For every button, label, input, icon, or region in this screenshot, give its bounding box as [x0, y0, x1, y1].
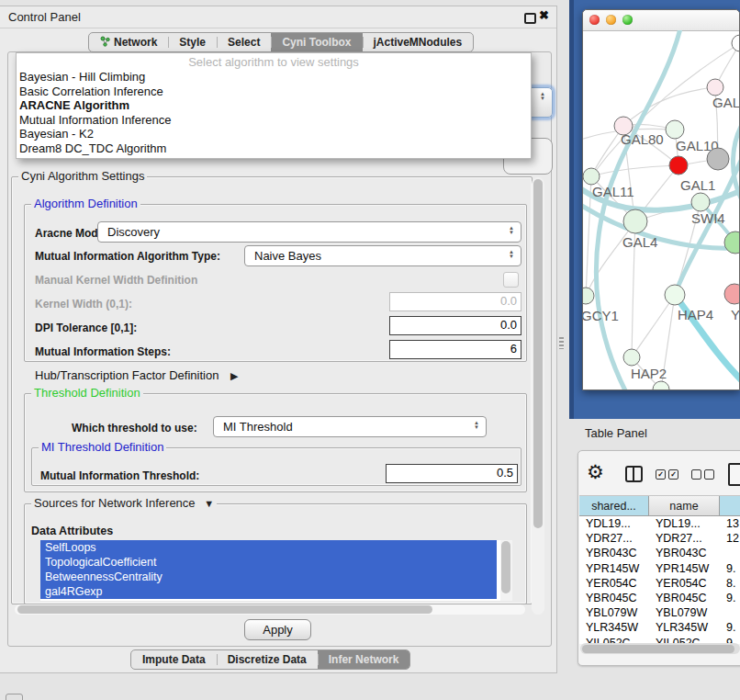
- table-row[interactable]: YBL079WYBL079W: [579, 605, 740, 620]
- table-cell: YPR145W: [649, 562, 720, 575]
- attributes-scrollbar[interactable]: [500, 540, 512, 601]
- algorithm-option-aracne-algorithm[interactable]: ARACNE Algorithm: [17, 98, 531, 113]
- network-node-y[interactable]: [724, 284, 739, 304]
- table-row[interactable]: YBR043CYBR043C: [579, 546, 740, 560]
- network-node-gcy1[interactable]: [583, 288, 594, 304]
- panel-splitter-grip[interactable]: [559, 337, 564, 349]
- node-label: HAP2: [631, 366, 667, 381]
- algorithm-option-mutual-information-inference[interactable]: Mutual Information Inference: [17, 113, 531, 128]
- attribute-item-topologicalcoefficient[interactable]: TopologicalCoefficient: [40, 555, 497, 570]
- algorithm-definition-title: Algorithm Definition: [31, 198, 140, 210]
- mi-steps-input[interactable]: 6: [389, 340, 521, 359]
- zoom-traffic-light-icon[interactable]: [622, 15, 633, 25]
- network-node-hap4[interactable]: [665, 285, 685, 305]
- algorithm-option-bayesian-k2[interactable]: Bayesian - K2: [17, 127, 531, 141]
- which-threshold-select[interactable]: MI Threshold ▲▼: [213, 416, 487, 437]
- dpi-tolerance-input[interactable]: 0.0: [389, 316, 521, 335]
- tab-impute-data[interactable]: Impute Data: [131, 650, 217, 669]
- sources-group-title[interactable]: Sources for Network Inference ▼: [31, 497, 217, 510]
- corner-mini-button[interactable]: [6, 694, 23, 700]
- settings-vscroll-thumb[interactable]: [533, 179, 543, 528]
- table-row[interactable]: YBR045CYBR045C9.: [579, 591, 740, 605]
- algorithm-option-basic-correlation-inference[interactable]: Basic Correlation Inference: [17, 85, 531, 99]
- table-row[interactable]: YPR145WYPR145W9.: [579, 561, 740, 576]
- attributes-scrollbar-thumb[interactable]: [501, 541, 510, 593]
- apply-button[interactable]: Apply: [244, 619, 311, 640]
- close-icon[interactable]: ✖: [539, 8, 549, 22]
- mi-algorithm-type-label: Mutual Information Algorithm Type:: [35, 250, 220, 263]
- column-header-a[interactable]: A: [720, 496, 740, 516]
- network-node-gal10[interactable]: [666, 120, 684, 139]
- tab-label: Cyni Toolbox: [282, 36, 351, 49]
- table-cell: 13: [720, 517, 740, 530]
- algorithm-option-dream8-dc-tdc-algorithm[interactable]: Dream8 DC_TDC Algorithm: [17, 141, 531, 156]
- function-builder-icon[interactable]: [728, 463, 740, 486]
- algorithm-option-bayesian-hill-climbing[interactable]: Bayesian - Hill Climbing: [17, 70, 531, 85]
- control-panel-titlebar: [0, 6, 556, 28]
- table-cell: YBR045C: [649, 592, 720, 604]
- node-label: HAP4: [678, 307, 713, 322]
- tab-network[interactable]: Network: [89, 33, 168, 51]
- network-node-gal4[interactable]: [623, 209, 647, 233]
- kernel-width-label: Kernel Width (0,1):: [35, 298, 132, 310]
- data-attributes-label: Data Attributes: [31, 525, 113, 537]
- network-node-gal11[interactable]: [583, 168, 600, 185]
- network-node-swi4[interactable]: [691, 193, 710, 211]
- settings-vertical-scrollbar[interactable]: [532, 177, 544, 615]
- collapse-arrow-icon: ▼: [204, 498, 214, 509]
- network-node-gal[interactable]: [707, 79, 723, 96]
- tab-label: jActiveMNodules: [374, 36, 463, 49]
- table-hscroll-thumb[interactable]: [582, 645, 734, 653]
- cyni-settings-group-title: Cyni Algorithm Settings: [18, 170, 147, 183]
- control-panel-tabs: NetworkStyleSelectCyni ToolboxjActiveMNo…: [88, 32, 474, 52]
- float-window-icon[interactable]: [524, 13, 536, 24]
- table-row[interactable]: YDR27...YDR27...12: [579, 531, 740, 546]
- network-node[interactable]: [732, 35, 739, 51]
- network-node-gal1[interactable]: [669, 156, 688, 175]
- minimize-traffic-light-icon[interactable]: [606, 15, 616, 25]
- node-table: shared...nameA YDL19...YDL19...13YDR27..…: [579, 495, 740, 644]
- tab-infer-network[interactable]: Infer Network: [318, 650, 410, 669]
- attribute-item-betweennesscentrality[interactable]: BetweennessCentrality: [40, 570, 497, 584]
- mi-steps-label: Mutual Information Steps:: [35, 345, 171, 358]
- table-horizontal-scrollbar[interactable]: [580, 643, 740, 654]
- manual-kernel-width-checkbox[interactable]: [503, 272, 519, 288]
- attribute-item-selfloops[interactable]: SelfLoops: [40, 540, 497, 555]
- settings-hscroll-thumb[interactable]: [17, 605, 432, 614]
- deselect-all-columns-icon[interactable]: [691, 469, 714, 480]
- data-attributes-list[interactable]: SelfLoopsTopologicalCoefficientBetweenne…: [40, 540, 512, 601]
- table-cell: 12: [720, 532, 740, 545]
- close-traffic-light-icon[interactable]: [589, 15, 600, 25]
- table-settings-gear-icon[interactable]: ⚙: [587, 462, 604, 481]
- table-cell: YBR043C: [579, 547, 649, 559]
- attribute-item-gal4rgexp[interactable]: gal4RGexp: [40, 584, 497, 599]
- tab-discretize-data[interactable]: Discretize Data: [217, 650, 318, 669]
- combo-stepper-icon: ▲▼: [472, 421, 481, 429]
- hub-definition-expander[interactable]: Hub/Transcription Factor Definition ▶: [35, 368, 238, 382]
- settings-horizontal-scrollbar[interactable]: [15, 604, 525, 615]
- column-header-name[interactable]: name: [649, 496, 720, 516]
- select-all-columns-icon[interactable]: ✓✓: [656, 469, 678, 480]
- mi-threshold-input[interactable]: 0.5: [386, 464, 518, 483]
- column-header-shared[interactable]: shared...: [579, 496, 649, 516]
- tab-jactivemnodules[interactable]: jActiveMNodules: [363, 33, 474, 51]
- network-node[interactable]: [707, 148, 729, 170]
- table-row[interactable]: YER054CYER054C8.: [579, 576, 740, 591]
- table-cell: YDL19...: [579, 517, 649, 530]
- which-threshold-label: Which threshold to use:: [72, 422, 197, 435]
- tab-style[interactable]: Style: [168, 33, 217, 51]
- table-cell: YPR145W: [579, 562, 649, 575]
- node-label: SWI4: [691, 210, 725, 226]
- aracne-mode-select[interactable]: Discovery ▲▼: [97, 221, 521, 243]
- network-canvas[interactable]: GALGAL80GAL10GAL1GAL11SWI4GAL4GCY1HAP4YH…: [583, 30, 739, 390]
- table-row[interactable]: YLR345WYLR345W9.: [579, 620, 740, 635]
- kernel-width-input[interactable]: 0.0: [389, 292, 521, 311]
- show-columns-icon[interactable]: [625, 466, 643, 482]
- network-node-hap2[interactable]: [623, 349, 640, 366]
- tab-select[interactable]: Select: [217, 33, 271, 51]
- node-label: GAL80: [621, 131, 664, 147]
- mi-algorithm-type-select[interactable]: Naive Bayes ▲▼: [244, 245, 521, 266]
- tab-cyni-toolbox[interactable]: Cyni Toolbox: [271, 33, 362, 51]
- table-row[interactable]: YDL19...YDL19...13: [579, 516, 740, 531]
- expand-arrow-icon: ▶: [230, 370, 238, 381]
